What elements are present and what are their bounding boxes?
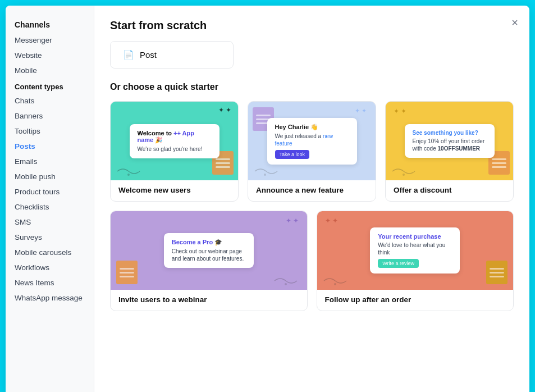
post-icon: 📄 bbox=[123, 49, 134, 60]
content-types-heading: Content types bbox=[6, 78, 94, 93]
welcome-card-label: Welcome new users bbox=[111, 180, 238, 201]
feature-bubble-subtitle: We just released a new feature bbox=[275, 133, 349, 147]
sparkle-decoration: ✦ ✦ bbox=[218, 106, 231, 114]
welcome-squiggle bbox=[116, 166, 144, 177]
card-preview-feature: ✦ ✦ Hey Charlie 👋 We just released a new… bbox=[248, 102, 376, 180]
discount-card-label: Offer a discount bbox=[386, 180, 513, 201]
svg-point-1 bbox=[264, 174, 266, 176]
order-bubble-title: Your recent purchase bbox=[378, 233, 452, 240]
sidebar-item-posts[interactable]: Posts bbox=[6, 139, 94, 154]
sidebar-item-mobile-push[interactable]: Mobile push bbox=[6, 169, 94, 184]
close-button[interactable]: × bbox=[509, 15, 520, 30]
bottom-templates-row: ✦ ✦ Become a Pro 🎓 Check out our webinar… bbox=[110, 211, 514, 311]
template-card-webinar[interactable]: ✦ ✦ Become a Pro 🎓 Check out our webinar… bbox=[110, 211, 308, 311]
discount-squiggle bbox=[391, 166, 419, 177]
feature-sparkle: ✦ ✦ bbox=[355, 107, 367, 115]
webinar-deco-note bbox=[116, 261, 138, 284]
templates-grid: ✦ ✦ Welcome to ++ App name 🎉 We're so gl… bbox=[110, 101, 514, 202]
svg-point-3 bbox=[285, 283, 287, 285]
card-preview-welcome: ✦ ✦ Welcome to ++ App name 🎉 We're so gl… bbox=[111, 102, 238, 180]
sidebar-item-sms[interactable]: SMS bbox=[6, 215, 94, 230]
webinar-sparkle: ✦ ✦ bbox=[286, 217, 299, 225]
app-window: Channels Messenger Website Mobile Conten… bbox=[6, 6, 529, 392]
card-preview-webinar: ✦ ✦ Become a Pro 🎓 Check out our webinar… bbox=[111, 211, 307, 290]
webinar-bubble-title: Become a Pro 🎓 bbox=[172, 239, 246, 246]
order-sparkle: ✦ ✦ bbox=[325, 217, 507, 225]
order-card-label: Follow up after an order bbox=[317, 290, 514, 311]
card-preview-discount: ✦ ✦ See something you like? Enjoy 10% of… bbox=[386, 102, 513, 180]
main-content: × Start from scratch 📄 Post Or choose a … bbox=[94, 6, 529, 392]
order-squiggle bbox=[323, 275, 351, 286]
scratch-heading: Start from scratch bbox=[110, 19, 514, 32]
feature-cta: Take a look bbox=[275, 150, 310, 159]
welcome-bubble: Welcome to ++ App name 🎉 We're so glad y… bbox=[130, 124, 220, 158]
discount-bubble-title: See something you like? bbox=[413, 130, 487, 136]
card-preview-order: ✦ ✦ Your recent purchase We'd love to he… bbox=[317, 211, 514, 290]
template-card-feature[interactable]: ✦ ✦ Hey Charlie 👋 We just released a new… bbox=[248, 101, 376, 202]
order-cta: Write a review bbox=[378, 259, 419, 268]
sidebar-item-surveys[interactable]: Surveys bbox=[6, 230, 94, 245]
sidebar-item-mobile[interactable]: Mobile bbox=[6, 63, 94, 78]
sidebar-item-whatsapp-message[interactable]: WhatsApp message bbox=[6, 290, 94, 306]
order-bubble: Your recent purchase We'd love to hear w… bbox=[370, 227, 460, 274]
welcome-bubble-subtitle: We're so glad you're here! bbox=[138, 145, 212, 153]
discount-sparkle: ✦ ✦ bbox=[394, 107, 506, 115]
welcome-bubble-title: Welcome to ++ App name 🎉 bbox=[138, 130, 212, 144]
quick-starter-heading: Or choose a quick starter bbox=[110, 82, 514, 92]
feature-bubble-greeting: Hey Charlie 👋 bbox=[275, 124, 349, 131]
svg-point-2 bbox=[403, 174, 405, 176]
sidebar-item-workflows[interactable]: Workflows bbox=[6, 260, 94, 275]
feature-card-label: Announce a new feature bbox=[248, 180, 376, 201]
sidebar-item-news-items[interactable]: News Items bbox=[6, 275, 94, 290]
template-card-order[interactable]: ✦ ✦ Your recent purchase We'd love to he… bbox=[317, 211, 514, 311]
feature-bubble: Hey Charlie 👋 We just released a new fea… bbox=[267, 118, 357, 165]
sidebar-item-chats[interactable]: Chats bbox=[6, 93, 94, 108]
channels-heading: Channels bbox=[6, 15, 94, 33]
order-deco-note bbox=[486, 261, 507, 284]
sidebar-item-website[interactable]: Website bbox=[6, 48, 94, 63]
webinar-bubble-subtitle: Check out our webinar page and learn abo… bbox=[172, 248, 246, 262]
webinar-bubble: Become a Pro 🎓 Check out our webinar pag… bbox=[164, 233, 254, 268]
webinar-card-label: Invite users to a webinar bbox=[111, 290, 307, 311]
sidebar-item-tooltips[interactable]: Tooltips bbox=[6, 124, 94, 139]
post-label: Post bbox=[140, 50, 157, 60]
webinar-squiggle bbox=[273, 275, 301, 286]
sidebar-item-checklists[interactable]: Checklists bbox=[6, 199, 94, 215]
feature-squiggle bbox=[254, 166, 282, 177]
sidebar: Channels Messenger Website Mobile Conten… bbox=[6, 6, 94, 392]
sidebar-item-banners[interactable]: Banners bbox=[6, 108, 94, 124]
svg-point-4 bbox=[334, 283, 336, 285]
svg-point-0 bbox=[127, 174, 130, 176]
sidebar-item-product-tours[interactable]: Product tours bbox=[6, 184, 94, 199]
template-card-discount[interactable]: ✦ ✦ See something you like? Enjoy 10% of… bbox=[385, 101, 514, 202]
sidebar-item-messenger[interactable]: Messenger bbox=[6, 33, 94, 48]
template-card-welcome[interactable]: ✦ ✦ Welcome to ++ App name 🎉 We're so gl… bbox=[110, 101, 239, 202]
sidebar-item-emails[interactable]: Emails bbox=[6, 154, 94, 169]
sidebar-item-mobile-carousels[interactable]: Mobile carousels bbox=[6, 245, 94, 260]
post-card[interactable]: 📄 Post bbox=[110, 41, 234, 69]
discount-bubble: See something you like? Enjoy 10% off yo… bbox=[405, 124, 495, 158]
discount-bubble-subtitle: Enjoy 10% off your first order with code… bbox=[413, 138, 487, 152]
order-bubble-subtitle: We'd love to hear what you think bbox=[378, 241, 452, 256]
